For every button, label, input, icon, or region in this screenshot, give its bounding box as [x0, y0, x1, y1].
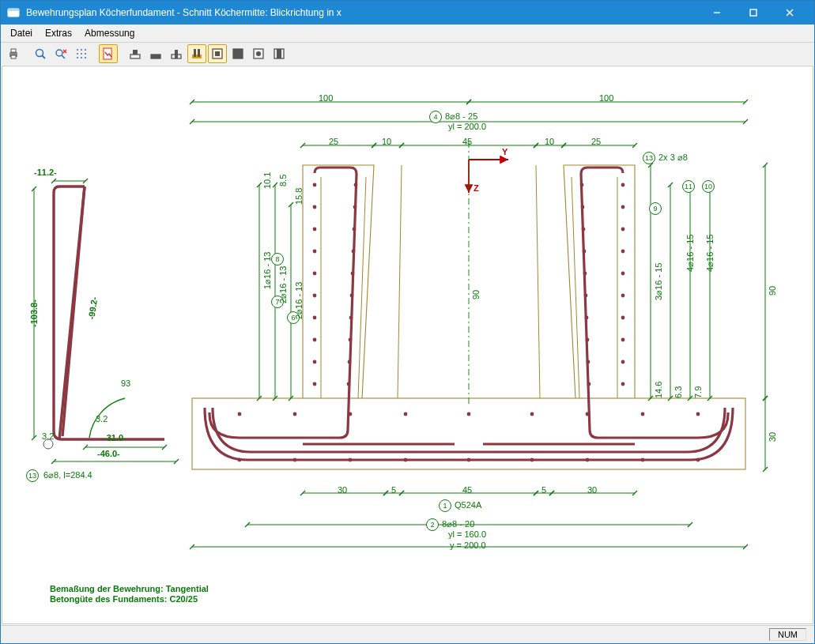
detail-bott: -31.0- — [104, 433, 126, 443]
h90: 90 — [768, 286, 777, 296]
svg-point-49 — [313, 205, 317, 209]
svg-line-12 — [62, 55, 65, 58]
menu-file[interactable]: Datei — [4, 26, 39, 40]
seg45: 45 — [462, 137, 472, 146]
r11: 4⌀16 - 15 — [685, 235, 696, 272]
h158: 15.8 — [294, 188, 304, 205]
h79: 7.9 — [693, 386, 703, 398]
svg-rect-35 — [215, 51, 220, 56]
top-half-b: 100 — [599, 93, 613, 103]
h85: 8.5 — [278, 175, 288, 186]
pos2-circle: 2 — [426, 518, 439, 531]
grid-button[interactable] — [72, 44, 91, 63]
svg-point-60 — [353, 228, 357, 232]
svg-point-64 — [349, 316, 353, 320]
svg-point-86 — [587, 360, 590, 364]
detail-left-dim: -103.8- — [29, 299, 39, 327]
svg-rect-1 — [8, 9, 19, 11]
svg-point-78 — [580, 183, 584, 187]
section-e-button[interactable] — [208, 44, 227, 63]
svg-point-74 — [621, 316, 625, 320]
zoom-button[interactable] — [31, 44, 50, 63]
svg-point-71 — [621, 250, 625, 254]
pdf-button[interactable] — [99, 44, 118, 63]
section-d-button[interactable] — [187, 44, 206, 63]
detail-r2: 3.2 — [42, 431, 54, 441]
svg-point-39 — [256, 51, 261, 56]
section-f-button[interactable] — [228, 44, 247, 63]
section-b-button[interactable] — [146, 44, 165, 63]
r9: 3⌀16 - 15 — [654, 263, 664, 300]
zoom-fit-button[interactable] — [51, 44, 70, 63]
svg-point-102 — [530, 412, 534, 416]
svg-point-65 — [349, 338, 353, 342]
b45: 45 — [462, 485, 472, 495]
svg-line-47 — [572, 177, 579, 398]
drawing-canvas[interactable]: -11.2- -103.8- -99.2- 93 3.2 3.2 -31.0- … — [2, 66, 813, 624]
svg-point-70 — [621, 228, 625, 232]
svg-point-22 — [81, 57, 82, 58]
l8: 1⌀16 - 13 — [262, 252, 273, 289]
detail-bar-drawing — [10, 145, 192, 588]
h30: 30 — [768, 432, 777, 442]
svg-point-99 — [349, 412, 353, 416]
menu-extras[interactable]: Extras — [39, 26, 78, 40]
print-button[interactable] — [4, 44, 23, 63]
svg-point-80 — [582, 228, 586, 232]
l6: 2⌀16 - 13 — [294, 282, 304, 319]
section-c-button[interactable] — [167, 44, 186, 63]
svg-point-104 — [641, 412, 645, 416]
svg-point-67 — [347, 382, 351, 386]
close-button[interactable] — [772, 1, 808, 24]
svg-rect-31 — [192, 55, 202, 58]
pos4-yl: yl = 200.0 — [448, 122, 486, 131]
svg-point-73 — [621, 294, 625, 298]
svg-rect-28 — [151, 55, 160, 58]
maximize-button[interactable] — [735, 1, 772, 24]
seg10b: 10 — [545, 137, 554, 146]
detail-spec: 6⌀8, l=284.4 — [43, 470, 92, 480]
minimize-button[interactable] — [699, 1, 735, 24]
section-h-button[interactable] — [270, 44, 289, 63]
pos8-circle: 8 — [271, 253, 284, 266]
svg-point-88 — [238, 458, 242, 462]
pos1-spec: Q524A — [455, 500, 481, 510]
svg-point-57 — [313, 382, 317, 386]
menubar: Datei Extras Abmessung — [1, 24, 814, 43]
svg-point-75 — [621, 338, 625, 342]
svg-point-85 — [586, 338, 590, 342]
b30b: 30 — [587, 485, 597, 495]
svg-point-11 — [56, 50, 62, 56]
svg-point-81 — [583, 250, 587, 254]
svg-point-76 — [621, 360, 625, 364]
statusbar: NUM — [1, 625, 814, 643]
svg-point-98 — [293, 412, 297, 416]
seg25a: 25 — [329, 137, 338, 146]
h146: 14.6 — [654, 382, 663, 398]
section-a-button[interactable] — [126, 44, 145, 63]
note-b: Betongüte des Fundaments: C20/25 — [50, 594, 198, 604]
detail-top-dim: -11.2- — [34, 168, 57, 177]
l7: 2⌀16 - 13 — [278, 266, 289, 303]
svg-rect-26 — [133, 50, 138, 55]
seg10a: 10 — [382, 137, 391, 146]
b30a: 30 — [338, 485, 347, 495]
svg-point-20 — [85, 53, 86, 55]
svg-point-18 — [77, 53, 78, 55]
svg-point-93 — [530, 458, 534, 462]
svg-point-105 — [696, 412, 700, 416]
app-window: Bewehrungsplan Köcherfundament - Schnitt… — [0, 0, 815, 644]
svg-rect-37 — [233, 49, 243, 58]
svg-line-138 — [62, 186, 85, 436]
axis-y: Y — [502, 147, 507, 156]
svg-point-69 — [621, 205, 625, 209]
seg25b: 25 — [591, 137, 601, 146]
svg-point-82 — [583, 272, 587, 276]
menu-dim[interactable]: Abmessung — [78, 26, 141, 40]
detail-angle: 93 — [121, 378, 130, 388]
pos13-circle: 13 — [643, 152, 655, 164]
svg-point-16 — [81, 49, 82, 51]
svg-point-91 — [404, 458, 408, 462]
svg-rect-8 — [11, 55, 16, 58]
section-g-button[interactable] — [249, 44, 268, 63]
